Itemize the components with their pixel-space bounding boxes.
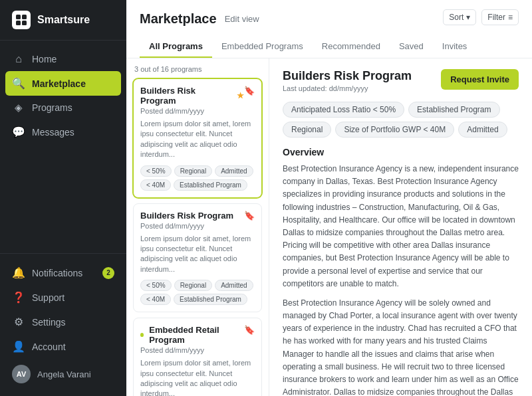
card-header-3: Embedded Retail Program 🔖 xyxy=(140,325,255,345)
tag: < 40M xyxy=(140,179,171,191)
sidebar-item-label: Support xyxy=(32,292,65,303)
program-name-1: Builders Risk Program ★ xyxy=(140,86,244,106)
list-count: 3 out of 16 programs xyxy=(133,65,262,73)
tag: Established Program xyxy=(174,294,247,305)
support-icon: ❓ xyxy=(12,291,25,304)
messages-icon: 💬 xyxy=(12,126,25,138)
page-title: Marketplace xyxy=(140,11,217,27)
tab-saved[interactable]: Saved xyxy=(390,36,433,58)
sidebar-item-label: Home xyxy=(32,54,57,64)
overview-paragraph-1: Best Protection Insurance Agency is a ne… xyxy=(283,163,519,290)
sidebar-item-messages[interactable]: 💬 Messages xyxy=(0,120,126,144)
tabs: All Programs Embedded Programs Recommend… xyxy=(140,36,476,58)
svg-rect-2 xyxy=(16,21,21,25)
card-header-2: Builders Risk Program 🔖 xyxy=(140,211,255,221)
tab-embedded-programs[interactable]: Embedded Programs xyxy=(212,36,313,58)
tag: < 50% xyxy=(140,280,172,291)
search-icon: 🔍 xyxy=(12,77,25,90)
user-name: Angela Varani xyxy=(37,369,91,379)
tab-invites[interactable]: Invites xyxy=(433,36,477,58)
criteria-tag: Admitted xyxy=(458,122,507,138)
sidebar-item-account[interactable]: 👤 Account xyxy=(0,334,126,359)
tag: < 50% xyxy=(140,165,172,177)
card-header-1: Builders Risk Program ★ 🔖 xyxy=(140,86,255,106)
tag: < 40M xyxy=(140,294,171,305)
program-tags-2: < 50% Regional Admitted < 40M Establishe… xyxy=(140,280,255,305)
program-desc-2: Lorem ipsum dolor sit amet, lorem ipsu c… xyxy=(140,234,255,275)
sidebar-item-label: Marketplace xyxy=(32,78,86,89)
program-card-2[interactable]: Builders Risk Program 🔖 Posted dd/mm/yyy… xyxy=(133,203,262,313)
program-date-3: Posted dd/mm/yyyy xyxy=(140,346,255,354)
embedded-dot xyxy=(140,333,144,337)
bell-icon: 🔔 xyxy=(12,266,25,279)
tag: Regional xyxy=(174,280,212,291)
logo-text: Smartsure xyxy=(37,14,90,26)
criteria-tags: Anticipated Loss Ratio < 50% Established… xyxy=(283,102,519,138)
overview-title: Overview xyxy=(283,147,519,157)
detail-title-area: Builders Risk Program Last updated: dd/m… xyxy=(283,69,412,92)
filter-label: Filter xyxy=(487,13,505,22)
sidebar-item-label: Messages xyxy=(32,127,74,138)
program-date-1: Posted dd/mm/yyyy xyxy=(140,107,255,115)
edit-view-button[interactable]: Edit view xyxy=(225,14,259,24)
tag: Established Program xyxy=(174,179,247,191)
sidebar-item-programs[interactable]: ◈ Programs xyxy=(0,96,126,120)
sidebar-item-label: Programs xyxy=(32,102,72,113)
programs-list: 3 out of 16 programs Builders Risk Progr… xyxy=(126,58,269,396)
detail-header: Builders Risk Program Last updated: dd/m… xyxy=(283,69,519,92)
request-invite-button[interactable]: Request Invite xyxy=(441,69,519,90)
sidebar-item-home[interactable]: ⌂ Home xyxy=(0,47,126,71)
criteria-tag: Size of Portfolio GWP < 40M xyxy=(335,122,454,138)
filter-icon: ≡ xyxy=(508,13,513,22)
program-card-3[interactable]: Embedded Retail Program 🔖 Posted dd/mm/y… xyxy=(133,318,262,396)
program-name-3: Embedded Retail Program xyxy=(140,325,244,345)
sort-label: Sort xyxy=(449,13,464,22)
program-card-1[interactable]: Builders Risk Program ★ 🔖 Posted dd/mm/y… xyxy=(133,78,262,198)
bookmark-icon-3[interactable]: 🔖 xyxy=(244,325,255,335)
program-desc-1: Lorem ipsum dolor sit amet, lorem ipsu c… xyxy=(140,119,255,160)
user-profile[interactable]: AV Angela Varani xyxy=(0,359,126,389)
detail-title: Builders Risk Program xyxy=(283,69,412,83)
sidebar-bottom: 🔔 Notifications 2 ❓ Support ⚙ Settings 👤… xyxy=(0,253,126,396)
tag: Admitted xyxy=(215,280,253,291)
gear-icon: ⚙ xyxy=(12,316,25,328)
program-desc-3: Lorem ipsum dolor sit amet, lorem ipsu c… xyxy=(140,358,255,396)
sidebar-item-label: Account xyxy=(32,342,66,352)
notifications-badge: 2 xyxy=(102,267,114,279)
tag: Admitted xyxy=(215,165,253,177)
logo-icon xyxy=(12,11,31,29)
star-icon: ★ xyxy=(237,91,244,100)
sidebar: Smartsure ⌂ Home 🔍 Marketplace ◈ Program… xyxy=(0,0,126,396)
sidebar-item-label: Notifications xyxy=(32,268,82,278)
tag: Regional xyxy=(174,165,212,177)
program-tags-1: < 50% Regional Admitted < 40M Establishe… xyxy=(140,165,255,191)
programs-icon: ◈ xyxy=(12,102,25,114)
main-content: Marketplace Edit view Sort ▾ Filter ≡ Al… xyxy=(126,0,532,396)
sidebar-item-label: Settings xyxy=(32,317,66,328)
bookmark-icon-1[interactable]: 🔖 xyxy=(244,86,255,96)
tab-recommended[interactable]: Recommended xyxy=(313,36,390,58)
tab-all-programs[interactable]: All Programs xyxy=(140,36,212,58)
sidebar-item-support[interactable]: ❓ Support xyxy=(0,285,126,310)
sort-button[interactable]: Sort ▾ xyxy=(443,9,476,25)
sidebar-item-marketplace[interactable]: 🔍 Marketplace xyxy=(5,71,121,96)
sidebar-item-notifications[interactable]: 🔔 Notifications 2 xyxy=(0,260,126,285)
sidebar-nav: ⌂ Home 🔍 Marketplace ◈ Programs 💬 Messag… xyxy=(0,41,126,253)
home-icon: ⌂ xyxy=(12,53,25,65)
criteria-tag: Anticipated Loss Ratio < 50% xyxy=(283,102,404,118)
logo-area: Smartsure xyxy=(0,0,126,41)
criteria-tag: Regional xyxy=(283,122,331,138)
sidebar-item-settings[interactable]: ⚙ Settings xyxy=(0,310,126,334)
overview-paragraph-2: Best Protection Insurance Agency will be… xyxy=(283,297,519,396)
avatar: AV xyxy=(12,365,31,383)
title-row: Marketplace Edit view Sort ▾ Filter ≡ xyxy=(140,9,519,28)
program-name-2: Builders Risk Program xyxy=(140,211,233,221)
content-area: 3 out of 16 programs Builders Risk Progr… xyxy=(126,58,532,396)
program-date-2: Posted dd/mm/yyyy xyxy=(140,222,255,230)
main-header: Marketplace Edit view Sort ▾ Filter ≡ Al… xyxy=(126,0,532,58)
criteria-tag: Established Program xyxy=(408,102,499,118)
filter-button[interactable]: Filter ≡ xyxy=(481,9,519,25)
tabs-row: All Programs Embedded Programs Recommend… xyxy=(140,36,519,58)
svg-rect-1 xyxy=(22,15,27,19)
bookmark-icon-2[interactable]: 🔖 xyxy=(244,211,255,221)
